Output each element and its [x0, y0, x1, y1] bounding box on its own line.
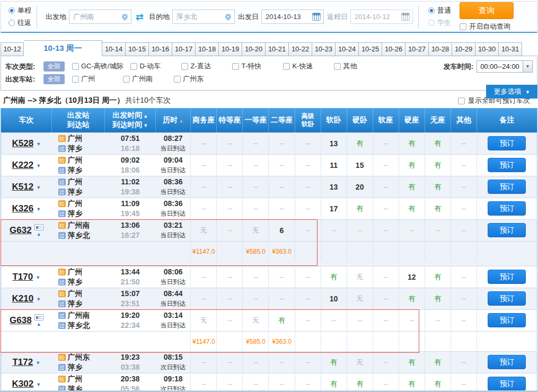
date-tab[interactable]: 10-27 [405, 42, 429, 56]
checkbox-icon[interactable] [130, 63, 137, 70]
train-type-checkbox[interactable]: D-动车 [130, 61, 174, 71]
date-tab[interactable]: 10-22 [289, 42, 312, 56]
date-tab[interactable]: 10-14 [102, 42, 126, 56]
one-way-radio[interactable]: 单程 [8, 6, 31, 15]
checkbox-icon[interactable] [232, 63, 239, 70]
depart-station-checkbox[interactable]: 广州东 [174, 74, 217, 84]
sort-arrow-icon[interactable]: ▼ [143, 123, 148, 128]
radio-icon[interactable] [8, 20, 15, 26]
seat-cell: 无 [243, 219, 269, 241]
date-tab[interactable]: 10-15 [126, 42, 149, 56]
train-number-link[interactable]: T172 [12, 357, 33, 368]
checkbox-icon[interactable] [123, 76, 130, 83]
checkbox-icon[interactable] [460, 23, 466, 30]
checkbox-icon[interactable] [72, 63, 79, 70]
book-button[interactable]: 预订 [488, 355, 526, 369]
train-row: G632▲始广州南过萍乡北13:0616:2703:21当日到达无--无6---… [1, 219, 537, 241]
train-number-link[interactable]: K222 [12, 160, 34, 171]
checkbox-icon[interactable] [458, 97, 465, 104]
date-tab[interactable]: 10-23 [312, 42, 336, 56]
book-button[interactable]: 预订 [488, 313, 526, 327]
expand-caret-icon[interactable]: ▼ [36, 382, 41, 387]
train-type-all-badge[interactable]: 全部 [43, 61, 65, 72]
book-button[interactable]: 预订 [488, 136, 526, 150]
radio-icon[interactable] [428, 7, 435, 14]
book-button[interactable]: 预订 [488, 201, 526, 216]
book-button[interactable]: 预订 [488, 377, 526, 391]
checkbox-icon[interactable] [174, 76, 181, 83]
depart-station-all-badge[interactable]: 全部 [43, 74, 65, 84]
checkbox-icon[interactable] [72, 76, 79, 83]
train-number-link[interactable]: K326 [12, 203, 34, 214]
train-number-link[interactable]: T170 [12, 272, 33, 282]
train-number-link[interactable]: K528 [12, 138, 34, 149]
seat-cell: -- [425, 309, 451, 331]
calendar-icon[interactable] [401, 13, 410, 21]
radio-icon[interactable] [8, 7, 15, 14]
date-tab[interactable]: 10-16 [149, 42, 172, 56]
book-button[interactable]: 预订 [488, 180, 526, 194]
train-number-link[interactable]: K210 [12, 293, 34, 304]
train-number-link[interactable]: K302 [12, 379, 34, 389]
train-number-link[interactable]: K512 [12, 182, 34, 192]
train-type-checkbox[interactable]: GC-高铁/城际 [72, 61, 123, 71]
date-tab[interactable]: 10-30 [475, 42, 499, 56]
train-number-link[interactable]: G638 [10, 315, 32, 326]
seat-cell: 有 [399, 132, 425, 154]
date-tab[interactable]: 10-20 [242, 42, 266, 56]
expand-caret-icon[interactable]: ▼ [36, 360, 40, 366]
round-trip-radio[interactable]: 往返 [8, 18, 31, 28]
book-button[interactable]: 预订 [488, 158, 526, 172]
seat-cell: -- [243, 198, 269, 219]
collapse-caret-icon[interactable]: ▲ [37, 322, 41, 327]
expand-caret-icon[interactable]: ▼ [36, 275, 40, 280]
train-type-checkbox[interactable]: Z-直达 [181, 61, 225, 71]
date-tab[interactable]: 10-31 [499, 42, 522, 56]
date-tab[interactable]: 10-13 周一 [24, 40, 102, 56]
book-cell: 预订 [477, 288, 537, 309]
sort-arrow-icon[interactable]: ▲ [179, 118, 183, 123]
expand-caret-icon[interactable]: ▼ [36, 163, 41, 168]
depart-station-checkbox[interactable]: 广州 [72, 74, 116, 84]
sort-arrow-icon[interactable]: ▲ [143, 113, 148, 119]
calendar-icon[interactable] [312, 13, 321, 21]
expand-caret-icon[interactable]: ▼ [36, 141, 41, 147]
date-tab[interactable]: 10-24 [336, 42, 359, 56]
date-tab[interactable]: 10-21 [266, 42, 289, 56]
expand-caret-icon[interactable]: ▼ [36, 297, 41, 302]
chevron-down-icon[interactable]: ▼ [523, 61, 532, 72]
student-passenger-radio[interactable]: 学生 [428, 18, 451, 28]
book-button[interactable]: 预订 [488, 291, 526, 306]
date-tab[interactable]: 10-28 [429, 42, 452, 56]
train-type-checkbox[interactable]: 其他 [334, 61, 377, 71]
checkbox-icon[interactable] [334, 63, 341, 70]
query-button[interactable]: 查询 [460, 2, 514, 19]
date-tab[interactable]: 10-25 [359, 42, 382, 56]
station-name: 广州 [68, 133, 83, 144]
times-cell: 11:0919:45 [105, 198, 156, 219]
expand-caret-icon[interactable]: ▼ [36, 185, 41, 190]
radio-icon[interactable] [428, 20, 435, 26]
normal-passenger-radio[interactable]: 普通 [428, 6, 451, 15]
book-button[interactable]: 预订 [488, 270, 526, 284]
collapse-caret-icon[interactable]: ▲ [37, 231, 41, 237]
stations-cell: 始广州过萍乡 [52, 154, 105, 176]
checkbox-icon[interactable] [283, 63, 290, 70]
checkbox-icon[interactable] [181, 63, 188, 70]
train-number-link[interactable]: G632 [10, 225, 32, 236]
date-tab[interactable]: 10-29 [452, 42, 475, 56]
date-tab[interactable]: 10-18 [196, 42, 219, 56]
depart-time-select[interactable]: 00:00--24:00 ▼ [477, 60, 533, 73]
more-options-button[interactable]: 更多选项 ▼ [486, 85, 537, 99]
expand-caret-icon[interactable]: ▼ [36, 207, 41, 212]
date-tab[interactable]: 10-17 [172, 42, 196, 56]
book-button[interactable]: 预订 [488, 223, 526, 237]
depart-station-checkbox[interactable]: 广州南 [123, 74, 166, 84]
train-type-checkbox[interactable]: T-特快 [232, 61, 276, 71]
auto-query-checkbox[interactable]: 开启自动查询 [460, 22, 514, 31]
date-tab[interactable]: 10-12 [1, 42, 24, 56]
swap-stations-icon[interactable]: ⇄ [136, 11, 144, 23]
date-tab[interactable]: 10-19 [219, 42, 242, 56]
train-type-checkbox[interactable]: K-快速 [283, 61, 327, 71]
date-tab[interactable]: 10-26 [382, 42, 405, 56]
